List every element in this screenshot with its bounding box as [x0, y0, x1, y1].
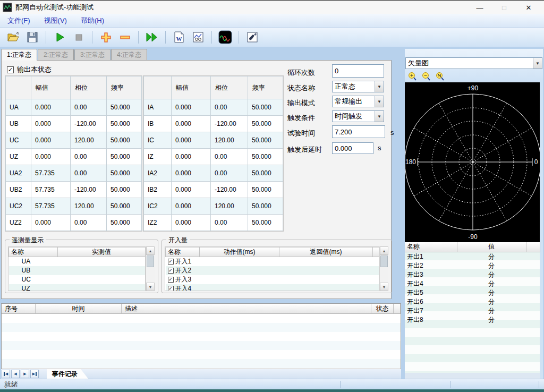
- scroll-down-icon[interactable]: ▼: [380, 283, 388, 291]
- scrollbar-thumb[interactable]: [147, 255, 154, 267]
- digital-input-col-return[interactable]: 返回值(ms): [279, 248, 373, 257]
- run-all-icon[interactable]: [144, 30, 160, 45]
- start-icon[interactable]: [52, 30, 67, 45]
- output-state-checkbox[interactable]: [7, 66, 14, 73]
- amplitude-cell[interactable]: 0.000: [172, 116, 211, 132]
- phase-cell[interactable]: 0.00: [211, 215, 248, 231]
- frequency-cell[interactable]: 50.000: [107, 198, 142, 215]
- frequency-cell[interactable]: 50.000: [107, 215, 142, 231]
- save-icon[interactable]: [24, 30, 40, 45]
- amplitude-cell[interactable]: 0.000: [172, 198, 211, 215]
- amplitude-cell[interactable]: 0.000: [172, 182, 211, 198]
- phase-cell[interactable]: 120.00: [211, 198, 248, 215]
- frequency-cell[interactable]: 50.000: [248, 182, 283, 198]
- amplitude-cell[interactable]: 57.735: [31, 198, 71, 215]
- frequency-cell[interactable]: 50.000: [248, 116, 283, 132]
- event-col-description[interactable]: 描述: [122, 304, 371, 314]
- zoom-in-icon[interactable]: [407, 71, 417, 81]
- tab-event-record[interactable]: 事件记录: [47, 369, 88, 379]
- amplitude-cell[interactable]: 0.000: [172, 99, 211, 116]
- tab-state-1[interactable]: 1:正常态: [1, 49, 37, 61]
- frequency-cell[interactable]: 50.000: [248, 99, 283, 116]
- last-record-icon[interactable]: ▶: [30, 370, 39, 378]
- phase-cell[interactable]: 0.00: [211, 99, 248, 116]
- amplitude-cell[interactable]: 57.735: [31, 182, 71, 198]
- output-mode-select[interactable]: 常规输出▼: [332, 96, 384, 107]
- amplitude-cell[interactable]: 57.735: [31, 165, 71, 182]
- scroll-up-icon[interactable]: ▲: [146, 246, 155, 255]
- digital-input-checkbox[interactable]: [168, 286, 174, 291]
- amplitude-cell[interactable]: 0.000: [172, 132, 211, 149]
- amplitude-cell[interactable]: 0.000: [31, 149, 71, 165]
- phase-cell[interactable]: -120.00: [71, 182, 107, 198]
- event-col-no[interactable]: 序号: [2, 304, 36, 314]
- stop-icon[interactable]: [71, 30, 87, 45]
- telemetry-scrollbar[interactable]: ▲ ▼: [146, 246, 155, 291]
- frequency-cell[interactable]: 50.000: [248, 198, 283, 215]
- digital-input-checkbox[interactable]: [168, 277, 174, 283]
- phase-cell[interactable]: -120.00: [211, 182, 248, 198]
- view-selector[interactable]: 矢量图 ▼: [405, 57, 542, 69]
- digital-input-checkbox[interactable]: [168, 259, 174, 265]
- phase-cell[interactable]: -120.00: [211, 116, 248, 132]
- phase-cell[interactable]: 120.00: [71, 198, 107, 215]
- test-time-input[interactable]: 7.200: [332, 125, 385, 138]
- phase-cell[interactable]: -120.00: [71, 116, 107, 132]
- event-col-time[interactable]: 时间: [36, 304, 122, 314]
- frequency-cell[interactable]: 50.000: [107, 182, 142, 198]
- menu-help[interactable]: 帮助(H): [81, 16, 104, 25]
- frequency-cell[interactable]: 50.000: [107, 116, 142, 132]
- scroll-up-icon[interactable]: ▲: [380, 246, 388, 255]
- frequency-cell[interactable]: 50.000: [248, 165, 283, 182]
- phase-cell[interactable]: 0.00: [71, 215, 107, 231]
- frequency-cell[interactable]: 50.000: [248, 149, 283, 165]
- phase-cell[interactable]: 0.00: [211, 149, 248, 165]
- digital-input-checkbox[interactable]: [168, 268, 174, 274]
- amplitude-cell[interactable]: 0.000: [31, 99, 71, 116]
- menu-file[interactable]: 文件(F): [7, 16, 30, 25]
- waveform-icon[interactable]: [217, 30, 233, 45]
- remove-state-icon[interactable]: [117, 30, 133, 45]
- frequency-cell[interactable]: 50.000: [107, 165, 142, 182]
- amplitude-cell[interactable]: 0.000: [31, 215, 71, 231]
- event-col-status[interactable]: 状态: [371, 304, 394, 314]
- tools-icon[interactable]: [244, 30, 260, 45]
- digital-input-col-action[interactable]: 动作值(ms): [200, 248, 279, 257]
- frequency-cell[interactable]: 50.000: [248, 132, 283, 149]
- prev-record-icon[interactable]: ◀: [11, 370, 20, 378]
- close-button[interactable]: ✕: [516, 1, 541, 14]
- phase-cell[interactable]: 0.00: [71, 165, 107, 182]
- zoom-reset-icon[interactable]: [435, 71, 445, 81]
- zoom-out-icon[interactable]: [421, 71, 431, 81]
- add-state-icon[interactable]: [98, 30, 114, 45]
- amplitude-cell[interactable]: 0.000: [31, 132, 71, 149]
- word-report-icon[interactable]: W: [171, 30, 187, 45]
- frequency-cell[interactable]: 50.000: [107, 132, 142, 149]
- amplitude-cell[interactable]: 0.000: [172, 149, 211, 165]
- amplitude-cell[interactable]: 0.000: [31, 116, 71, 132]
- next-record-icon[interactable]: ▶: [21, 370, 29, 378]
- output-table-hscrollbar[interactable]: [405, 373, 540, 379]
- trigger-condition-select[interactable]: 时间触发▼: [332, 110, 384, 122]
- phase-cell[interactable]: 0.00: [71, 149, 107, 165]
- maximize-button[interactable]: □: [492, 1, 516, 14]
- state-name-select[interactable]: 正常态▼: [332, 81, 384, 92]
- amplitude-cell[interactable]: 0.000: [172, 215, 211, 231]
- tab-state-3[interactable]: 3:正常态: [74, 49, 110, 60]
- digital-input-scrollbar[interactable]: ▲ ▼: [379, 246, 388, 291]
- frequency-cell[interactable]: 50.000: [107, 149, 142, 165]
- first-record-icon[interactable]: ◀: [2, 370, 10, 378]
- phase-cell[interactable]: 120.00: [71, 132, 107, 149]
- telemetry-col-measured[interactable]: 实测值: [58, 248, 146, 257]
- tab-state-4[interactable]: 4:正常态: [111, 49, 147, 60]
- menu-view[interactable]: 视图(V): [44, 16, 67, 25]
- digital-input-col-name[interactable]: 名称: [166, 248, 200, 257]
- post-trigger-delay-input[interactable]: 0.000: [332, 142, 373, 154]
- output-col-name[interactable]: 名称: [405, 242, 457, 252]
- frequency-cell[interactable]: 50.000: [248, 215, 283, 231]
- phase-cell[interactable]: 120.00: [211, 132, 248, 149]
- phase-cell[interactable]: 0.00: [71, 99, 107, 116]
- report-view-icon[interactable]: [190, 30, 206, 45]
- amplitude-cell[interactable]: 0.000: [172, 165, 211, 182]
- telemetry-col-name[interactable]: 名称: [9, 248, 58, 257]
